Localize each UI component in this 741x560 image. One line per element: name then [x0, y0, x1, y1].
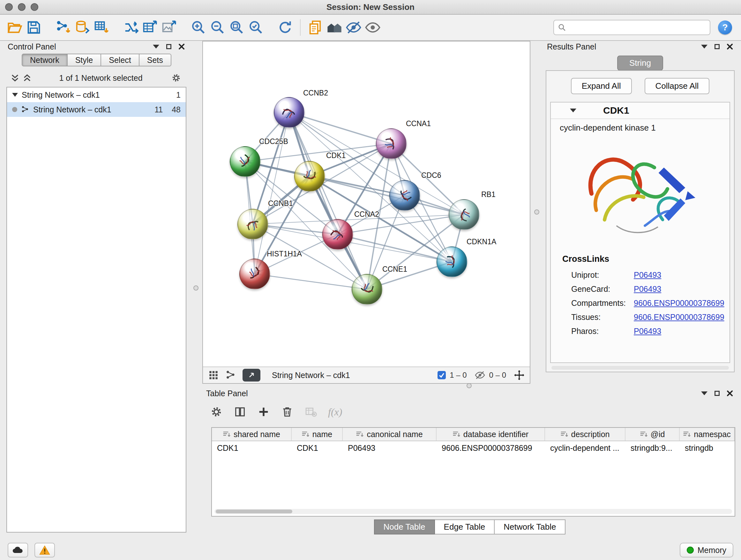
column-header-canonical-name[interactable]: canonical name	[343, 428, 436, 441]
network-node-ccne1[interactable]	[352, 274, 382, 305]
scrollbar-thumb[interactable]	[216, 509, 292, 513]
selected-items-checkbox[interactable]	[437, 371, 446, 379]
column-header-database-identifier[interactable]: database identifier	[436, 428, 545, 441]
tree-expander-icon[interactable]	[12, 93, 18, 97]
network-tree: String Network – cdk1 1 String Network –…	[6, 87, 186, 533]
right-splitter-handle[interactable]	[534, 209, 539, 214]
help-button[interactable]: ?	[718, 20, 732, 35]
zoom-out-button[interactable]	[208, 18, 227, 37]
gene-card-header[interactable]: CDK1	[551, 103, 730, 119]
search-input[interactable]	[569, 23, 706, 32]
tab-network-table[interactable]: Network Table	[495, 519, 565, 535]
crosslink-link[interactable]: P06493	[634, 327, 661, 336]
panel-close-button[interactable]	[726, 390, 733, 397]
tab-node-table[interactable]: Node Table	[374, 519, 435, 535]
search-box[interactable]	[553, 20, 711, 35]
left-splitter-handle[interactable]	[193, 286, 199, 291]
zoom-fit-button[interactable]	[227, 18, 246, 37]
network-row[interactable]: String Network – cdk1 11 48	[7, 102, 186, 117]
network-node-hist1h1a[interactable]	[239, 259, 270, 289]
crosslink-link[interactable]: P06493	[634, 270, 661, 280]
column-label: name	[313, 430, 333, 439]
import-network-file-button[interactable]	[54, 18, 73, 37]
column-header-shared-name[interactable]: shared name	[212, 428, 292, 441]
table-settings-gear-icon[interactable]	[210, 406, 223, 418]
tab-style[interactable]: Style	[68, 54, 102, 66]
zoom-selected-button[interactable]	[246, 18, 266, 37]
warnings-button[interactable]	[35, 543, 55, 557]
import-table-button[interactable]	[92, 18, 111, 37]
network-node-ccnb2[interactable]	[274, 97, 305, 128]
new-network-button[interactable]	[121, 18, 140, 37]
column-header-description[interactable]: description	[545, 428, 625, 441]
crosslink-link[interactable]: 9606.ENSP00000378699	[634, 299, 724, 308]
memory-button[interactable]: Memory	[680, 543, 733, 557]
gear-icon[interactable]	[171, 73, 181, 83]
floppy-disk-icon	[25, 19, 42, 36]
column-header-namespace[interactable]: namespac	[680, 428, 735, 441]
open-session-button[interactable]	[5, 18, 24, 37]
network-node-cdc6[interactable]	[389, 180, 420, 211]
network-node-ccna2[interactable]	[322, 219, 353, 250]
add-column-icon[interactable]	[257, 406, 270, 418]
hidden-items-icon[interactable]	[475, 370, 485, 381]
horizontal-scrollbar[interactable]	[214, 509, 732, 514]
network-canvas[interactable]: CCNB2CCNA1CDC25BCDK1CDC6RB1CCNB1CCNA2CDK…	[203, 42, 530, 367]
collapse-all-icon[interactable]	[11, 74, 18, 82]
panel-menu-button[interactable]	[701, 390, 708, 397]
column-type-icon	[301, 430, 309, 438]
tab-edge-table[interactable]: Edge Table	[435, 519, 495, 535]
network-node-cdc25b[interactable]	[230, 146, 260, 177]
panel-float-button[interactable]	[714, 43, 721, 50]
network-mode-button[interactable]	[225, 370, 236, 381]
refresh-button[interactable]	[276, 18, 295, 37]
save-session-button[interactable]	[24, 18, 44, 37]
panel-menu-button[interactable]	[701, 43, 708, 50]
eye-slash-icon	[345, 19, 362, 36]
window-title: Session: New Session	[0, 2, 741, 12]
cloud-status-button[interactable]	[8, 543, 28, 557]
birds-eye-view-button[interactable]	[325, 18, 344, 37]
panel-close-button[interactable]	[178, 43, 185, 50]
tab-string[interactable]: String	[617, 56, 663, 71]
panel-float-button[interactable]	[714, 390, 721, 397]
show-all-button[interactable]	[363, 18, 382, 37]
collapse-section-icon[interactable]	[570, 109, 576, 112]
zoom-in-button[interactable]	[189, 18, 208, 37]
network-node-cdk1[interactable]	[294, 161, 325, 192]
collapse-all-button[interactable]: Collapse All	[645, 78, 710, 94]
new-network-from-table-button[interactable]	[140, 18, 159, 37]
tab-sets[interactable]: Sets	[139, 54, 172, 66]
tab-select[interactable]: Select	[101, 54, 139, 66]
table-row[interactable]: CDK1 CDK1 P06493 9606.ENSP00000378699 cy…	[212, 441, 735, 455]
panel-menu-button[interactable]	[152, 43, 159, 50]
grid-mode-button[interactable]	[208, 370, 219, 381]
export-image-button[interactable]	[159, 18, 179, 37]
network-node-cdkn1a[interactable]	[436, 246, 467, 277]
expand-all-icon[interactable]	[23, 74, 30, 82]
show-columns-icon[interactable]	[233, 406, 246, 418]
column-header-id[interactable]: @id	[625, 428, 680, 441]
network-node-ccnb1[interactable]	[238, 209, 268, 240]
tab-network[interactable]: Network	[22, 54, 68, 66]
column-header-name[interactable]: name	[292, 428, 343, 441]
panel-close-button[interactable]	[726, 43, 733, 50]
network-node-ccna1[interactable]	[376, 128, 407, 159]
arrow-up-right-icon	[248, 371, 255, 379]
crosslink-link[interactable]: P06493	[634, 285, 661, 294]
hide-selected-button[interactable]	[344, 18, 363, 37]
delete-column-trash-icon[interactable]	[281, 406, 293, 418]
crosslinks-title: CrossLinks	[562, 254, 730, 264]
expand-all-button[interactable]: Expand All	[571, 78, 632, 94]
network-node-rb1[interactable]	[449, 199, 479, 230]
network-collection-row[interactable]: String Network – cdk1 1	[7, 87, 186, 102]
pan-mode-button[interactable]	[514, 370, 525, 381]
crosslink-link[interactable]: 9606.ENSP00000378699	[634, 313, 724, 322]
detach-view-button[interactable]	[243, 369, 260, 381]
network-node-label: CCNB1	[268, 199, 293, 208]
results-scrollbar[interactable]	[551, 366, 729, 370]
table-header-row: shared name name canonical name database…	[212, 428, 735, 441]
import-network-database-button[interactable]	[73, 18, 92, 37]
copy-document-button[interactable]	[306, 18, 325, 37]
panel-float-button[interactable]	[165, 43, 172, 50]
